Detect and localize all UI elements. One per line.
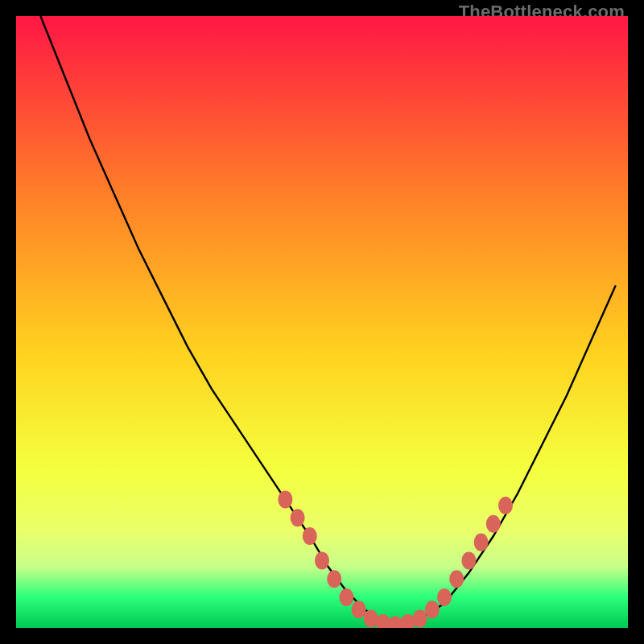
curve-marker [437, 588, 452, 606]
curve-marker [352, 601, 366, 618]
curve-marker [498, 497, 513, 514]
curve-marker [303, 527, 317, 545]
curve-marker [413, 610, 427, 628]
curve-marker [486, 515, 501, 533]
curve-marker [461, 551, 476, 569]
curve-marker [474, 534, 489, 551]
curve-marker [339, 588, 353, 606]
curve-marker [425, 601, 440, 618]
curve-marker [278, 490, 292, 508]
chart-frame [16, 16, 628, 628]
curve-marker [449, 570, 464, 588]
gradient-background [16, 16, 628, 628]
curve-marker [291, 509, 305, 526]
curve-marker [327, 570, 341, 588]
curve-marker [315, 551, 329, 569]
curve-marker [364, 610, 378, 628]
bottleneck-chart [16, 16, 628, 628]
